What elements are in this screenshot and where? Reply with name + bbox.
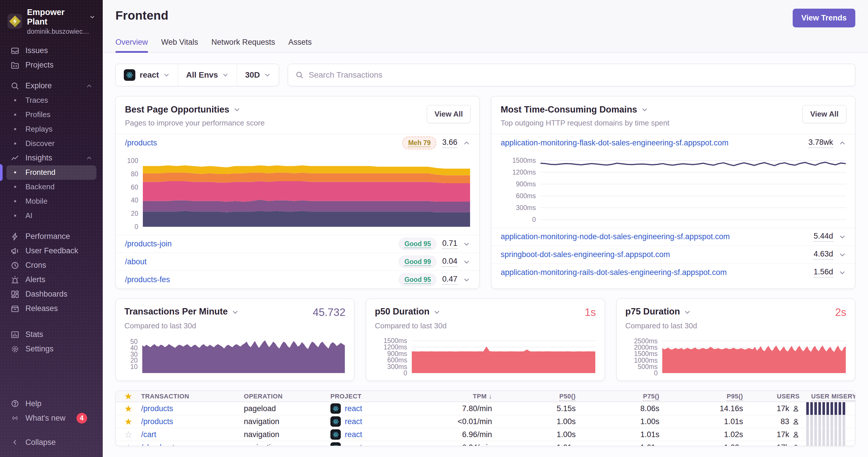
column-project[interactable]: PROJECT [331,393,426,400]
bullet-icon [10,186,20,188]
p75-card-title[interactable]: p75 Duration [625,306,680,317]
favorite-star[interactable]: ★ [116,416,141,427]
project-link[interactable]: react [345,430,362,439]
operation-value: pageload [244,404,331,413]
p50-card-title[interactable]: p50 Duration [375,306,429,317]
sidebar-item-replays[interactable]: Replays [6,122,96,136]
view-trends-button[interactable]: View Trends [793,9,855,27]
favorite-star[interactable]: ★ [116,403,141,414]
sidebar-item-frontend[interactable]: Frontend [6,165,96,180]
bullet-icon [10,142,20,144]
column-p50[interactable]: P50() [492,393,576,400]
sidebar-item-crons[interactable]: Crons [6,258,96,273]
tab-overview[interactable]: Overview [116,38,148,53]
column-users[interactable]: USERS [743,393,800,400]
search-transactions-input[interactable] [309,70,847,79]
column-user-misery[interactable]: USER MISERY [800,393,855,400]
sidebar-item-profiles[interactable]: Profiles [6,108,96,122]
sidebar-item-dashboards[interactable]: Dashboards [6,287,96,301]
favorite-star[interactable]: ☆ [116,442,141,446]
opportunity-score[interactable]: 0.47 [442,275,457,285]
sidebar-item-mobile[interactable]: Mobile [6,194,96,208]
chevron-down-icon[interactable] [463,259,470,265]
sidebar-item-label: Discover [25,139,55,148]
transaction-link[interactable]: /products [141,417,244,426]
bullet-icon [10,128,20,130]
sidebar-item-help[interactable]: Help [6,396,96,411]
chevron-down-icon[interactable] [839,269,846,276]
column-transaction[interactable]: TRANSACTION [141,393,244,400]
column-tpm[interactable]: TPM ↓ [426,393,492,400]
view-all-pages-button[interactable]: View All [427,105,471,123]
transaction-link[interactable]: /cart [141,430,244,439]
chevron-down-icon[interactable] [463,276,470,283]
sidebar-item-issues[interactable]: Issues [6,43,96,58]
sidebar-item-alerts[interactable]: Alerts [6,273,96,287]
opportunity-score[interactable]: 0.04 [442,257,457,267]
time-consuming-domains-title[interactable]: Most Time-Consuming Domains [501,104,846,115]
tab-assets[interactable]: Assets [288,38,312,53]
sidebar-item-explore[interactable]: Explore [6,79,96,93]
domain-time-spent[interactable]: 1.56d [813,267,833,278]
page-link[interactable]: /products-join [125,239,172,249]
page-link[interactable]: /products-fes [125,275,170,284]
page-link[interactable]: /products [125,138,157,148]
sidebar-collapse-button[interactable]: Collapse [6,435,96,450]
sidebar-item-projects[interactable]: Projects [6,58,96,72]
chevron-down-icon[interactable] [839,251,846,258]
chevron-up-icon[interactable] [463,140,470,146]
domain-time-spent[interactable]: 5.44d [813,232,833,242]
column-operation[interactable]: OPERATION [244,393,331,400]
tab-network-requests[interactable]: Network Requests [212,38,275,53]
org-switcher[interactable]: Empower Plant dominik.buszowiec… [6,6,96,38]
date-range-filter[interactable]: 30D [237,64,278,86]
sidebar-item-stats[interactable]: Stats [6,327,96,342]
page-row-about: /about Good 99 0.04 [116,253,479,271]
project-link[interactable]: react [345,443,362,446]
page-title: Frontend [116,9,168,23]
chevron-down-icon[interactable] [839,233,846,240]
domain-time-spent[interactable]: 4.63d [813,250,833,260]
opportunity-score[interactable]: 3.66 [442,138,457,148]
tpm-card-title[interactable]: Transactions Per Minute [124,306,228,317]
column-p95[interactable]: P95() [659,393,743,400]
domain-link[interactable]: application-monitoring-node-dot-sales-en… [501,232,730,241]
chevron-down-icon[interactable] [463,240,470,248]
sidebar-item-user-feedback[interactable]: User Feedback [6,244,96,258]
opportunity-score[interactable]: 0.71 [442,239,457,249]
domain-time-spent[interactable]: 3.78wk [808,138,833,148]
page-link[interactable]: /about [125,257,147,266]
sidebar-item-performance[interactable]: Performance [6,229,96,244]
view-all-domains-button[interactable]: View All [803,105,846,123]
favorite-star[interactable]: ☆ [116,429,141,440]
sidebar-item-ai[interactable]: AI [6,208,96,223]
sidebar-item-insights[interactable]: Insights [6,151,96,165]
sidebar-item-traces[interactable]: Traces [6,93,96,108]
transaction-link[interactable]: /products [141,404,244,413]
sidebar-item-discover[interactable]: Discover [6,136,96,151]
sidebar-item-whats-new[interactable]: What's new 4 [6,411,96,425]
environment-filter[interactable]: All Envs [178,64,237,86]
column-p75[interactable]: P75() [576,393,659,400]
chevron-down-icon[interactable] [433,309,440,316]
project-link[interactable]: react [345,417,362,426]
project-filter[interactable]: react [116,64,178,86]
sidebar-item-label: Help [25,399,41,408]
chevron-up-icon[interactable] [839,140,846,146]
sidebar-item-settings[interactable]: Settings [6,342,96,356]
tab-web-vitals[interactable]: Web Vitals [161,38,198,53]
transaction-link[interactable]: /checkout [141,443,244,446]
sidebar-item-releases[interactable]: Releases [6,301,96,316]
sidebar-item-backend[interactable]: Backend [6,180,96,194]
react-project-icon [331,442,341,446]
favorite-column-star-icon[interactable]: ★ [116,391,141,402]
best-page-opportunities-title[interactable]: Best Page Opportunities [125,104,470,115]
domain-link[interactable]: springboot-dot-sales-engineering-sf.apps… [501,250,670,259]
domain-link[interactable]: application-monitoring-flask-dot-sales-e… [501,138,728,148]
react-project-icon [331,403,341,414]
sidebar-item-label: Traces [25,96,48,105]
domain-link[interactable]: application-monitoring-rails-dot-sales-e… [501,268,726,277]
chevron-down-icon[interactable] [232,309,239,316]
chevron-down-icon[interactable] [684,309,691,316]
project-link[interactable]: react [345,404,362,413]
